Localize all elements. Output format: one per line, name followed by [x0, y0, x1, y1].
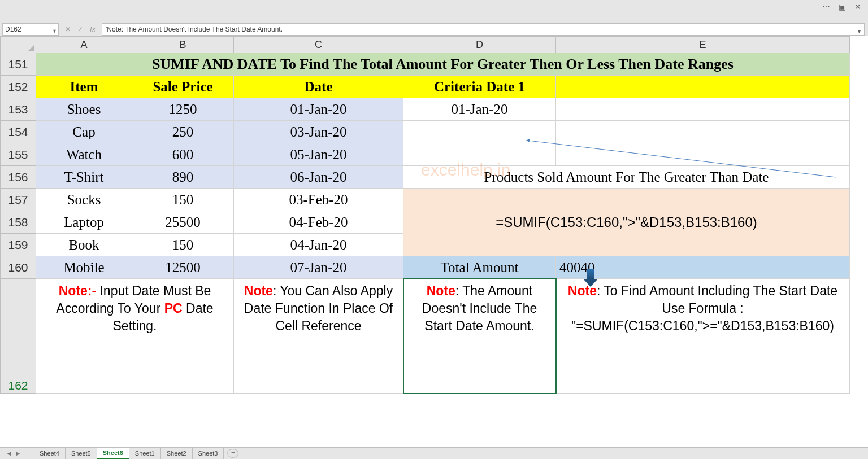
- formula-text: 'Note: The Amount Doesn't Include The St…: [106, 25, 283, 33]
- name-box[interactable]: D162 ▼: [2, 23, 59, 36]
- table-row: 154 Cap 250 03-Jan-20: [1, 121, 850, 143]
- cell-date[interactable]: 03-Feb-20: [234, 189, 403, 211]
- down-arrow-icon: [583, 269, 598, 286]
- cell-price[interactable]: 150: [132, 189, 234, 211]
- header-item[interactable]: Item: [36, 76, 132, 98]
- cell-item[interactable]: Shoes: [36, 98, 132, 121]
- row-header[interactable]: 152: [1, 76, 36, 98]
- table-row: 156 T-Shirt 890 06-Jan-20 Products Sold …: [1, 166, 850, 189]
- tab-prev-icon[interactable]: ◄: [5, 450, 14, 457]
- cell-date[interactable]: 05-Jan-20: [234, 143, 403, 166]
- sheet-tab-bar: ◄ ► Sheet4 Sheet5 Sheet6 Sheet1 Sheet2 S…: [0, 447, 868, 459]
- header-price[interactable]: Sale Price: [132, 76, 234, 98]
- table-row: 157 Socks 150 03-Feb-20 =SUMIF(C153:C160…: [1, 189, 850, 211]
- cell-date[interactable]: 06-Jan-20: [234, 166, 403, 189]
- sheet-tab[interactable]: Sheet4: [34, 448, 66, 459]
- cell-date[interactable]: 04-Feb-20: [234, 211, 403, 234]
- tab-next-icon[interactable]: ►: [14, 450, 23, 457]
- cell-date[interactable]: 03-Jan-20: [234, 121, 403, 143]
- cancel-icon[interactable]: ✕: [62, 24, 73, 34]
- total-amount-label[interactable]: Total Amount: [403, 256, 556, 279]
- spreadsheet-grid[interactable]: A B C D E 151 SUMIF AND DATE To Find The…: [0, 36, 850, 394]
- cell-price[interactable]: 1250: [132, 98, 234, 121]
- cell-blank[interactable]: [556, 98, 850, 121]
- note-prefix: Note:-: [59, 283, 96, 298]
- cell-blank[interactable]: [556, 121, 850, 143]
- table-row: 152 Item Sale Price Date Criteria Date 1: [1, 76, 850, 98]
- cell-item[interactable]: Socks: [36, 189, 132, 211]
- row-header[interactable]: 151: [1, 53, 36, 76]
- fx-icon[interactable]: fx: [87, 24, 98, 34]
- header-criteria[interactable]: Criteria Date 1: [403, 76, 556, 98]
- col-header-D[interactable]: D: [403, 37, 556, 53]
- more-icon[interactable]: ⋯: [821, 2, 832, 11]
- sheet-tab[interactable]: Sheet1: [129, 448, 161, 459]
- col-header-E[interactable]: E: [556, 37, 850, 53]
- table-row: 153 Shoes 1250 01-Jan-20 01-Jan-20: [1, 98, 850, 121]
- ribbon-toggle-icon[interactable]: ▣: [836, 2, 848, 11]
- formula-bar-row: D162 ▼ ✕ ✓ fx 'Note: The Amount Doesn't …: [0, 23, 868, 36]
- row-header[interactable]: 156: [1, 166, 36, 189]
- cell-price[interactable]: 600: [132, 143, 234, 166]
- sheet-tab[interactable]: Sheet5: [66, 448, 97, 459]
- description-cell[interactable]: Products Sold Amount For The Greater Tha…: [403, 166, 850, 189]
- criteria-date-value[interactable]: 01-Jan-20: [403, 98, 556, 121]
- row-header[interactable]: 160: [1, 256, 36, 279]
- name-box-value: D162: [5, 25, 21, 33]
- total-amount-value[interactable]: 40040: [556, 256, 850, 279]
- header-date[interactable]: Date: [234, 76, 403, 98]
- cell-date[interactable]: 01-Jan-20: [234, 98, 403, 121]
- formula-display-cell[interactable]: =SUMIF(C153:C160,">"&D153,B153:B160): [403, 189, 850, 256]
- table-row: 155 Watch 600 05-Jan-20: [1, 143, 850, 166]
- note-prefix: Note: [244, 283, 273, 298]
- cell-blank[interactable]: [556, 143, 850, 166]
- worksheet[interactable]: A B C D E 151 SUMIF AND DATE To Find The…: [0, 36, 868, 448]
- confirm-icon[interactable]: ✓: [75, 24, 86, 34]
- header-blank-E[interactable]: [556, 76, 850, 98]
- cell-item[interactable]: Cap: [36, 121, 132, 143]
- row-header[interactable]: 154: [1, 121, 36, 143]
- note-pc: PC: [164, 301, 183, 316]
- title-cell[interactable]: SUMIF AND DATE To Find The Total Amount …: [36, 53, 850, 76]
- expand-formula-icon[interactable]: ▼: [857, 26, 862, 37]
- chevron-down-icon[interactable]: ▼: [52, 25, 57, 37]
- sheet-tab[interactable]: Sheet2: [161, 448, 193, 459]
- col-header-C[interactable]: C: [234, 37, 403, 53]
- row-header[interactable]: 155: [1, 143, 36, 166]
- select-all-corner[interactable]: [1, 37, 36, 53]
- sheet-tab-active[interactable]: Sheet6: [97, 448, 129, 460]
- window-controls: ⋯ ▣ ✕: [821, 2, 863, 11]
- note-cell-a[interactable]: Note:- Input Date Must Be According To Y…: [36, 279, 234, 394]
- note-cell-c[interactable]: Note: You Can Also Apply Date Function I…: [234, 279, 403, 394]
- row-header[interactable]: 153: [1, 98, 36, 121]
- sheet-tab[interactable]: Sheet3: [193, 448, 224, 459]
- col-header-A[interactable]: A: [36, 37, 132, 53]
- cell-date[interactable]: 04-Jan-20: [234, 234, 403, 256]
- row-header[interactable]: 159: [1, 234, 36, 256]
- cell-item[interactable]: T-Shirt: [36, 166, 132, 189]
- cell-item[interactable]: Watch: [36, 143, 132, 166]
- close-icon[interactable]: ✕: [852, 2, 863, 11]
- row-header[interactable]: 157: [1, 189, 36, 211]
- cell-item[interactable]: Mobile: [36, 256, 132, 279]
- cell-item[interactable]: Laptop: [36, 211, 132, 234]
- col-header-B[interactable]: B: [132, 37, 234, 53]
- cell-item[interactable]: Book: [36, 234, 132, 256]
- cell-price[interactable]: 25500: [132, 211, 234, 234]
- cell-date[interactable]: 07-Jan-20: [234, 256, 403, 279]
- formula-input[interactable]: 'Note: The Amount Doesn't Include The St…: [102, 23, 865, 36]
- cell-price[interactable]: 250: [132, 121, 234, 143]
- cell-price[interactable]: 890: [132, 166, 234, 189]
- note-cell-e[interactable]: Note: To Find Amount Including The Start…: [556, 279, 850, 394]
- cell-blank[interactable]: [403, 143, 556, 166]
- cell-price[interactable]: 150: [132, 234, 234, 256]
- table-row: 151 SUMIF AND DATE To Find The Total Amo…: [1, 53, 850, 76]
- row-header[interactable]: 162: [1, 279, 36, 394]
- row-header[interactable]: 158: [1, 211, 36, 234]
- cell-blank[interactable]: [403, 121, 556, 143]
- add-sheet-button[interactable]: +: [227, 449, 238, 458]
- table-row: 162 Note:- Input Date Must Be According …: [1, 279, 850, 394]
- note-prefix: Note: [427, 283, 455, 298]
- cell-price[interactable]: 12500: [132, 256, 234, 279]
- note-cell-d[interactable]: Note: The Amount Doesn't Include The Sta…: [403, 279, 556, 394]
